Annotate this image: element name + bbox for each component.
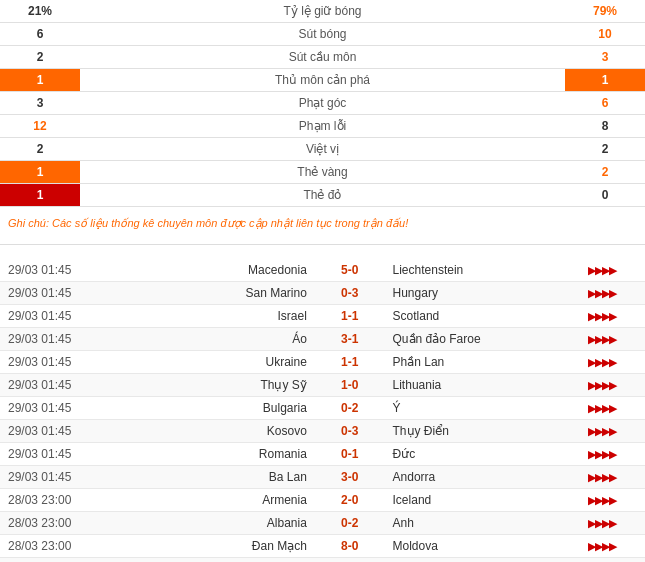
- stat-label: Thẻ đỏ: [80, 184, 565, 207]
- result-datetime: 28/03 23:00: [0, 558, 140, 563]
- stat-left-val: 12: [0, 115, 80, 138]
- result-row: 29/03 01:45 Bulgaria 0-2 Ý ▶▶▶▶: [0, 397, 645, 420]
- stat-left-val: 2: [0, 46, 80, 69]
- result-score: 3-1: [311, 328, 389, 351]
- stat-label: Phạt góc: [80, 92, 565, 115]
- result-home: Đan Mạch: [140, 535, 311, 558]
- stat-right-val: 79%: [565, 0, 645, 23]
- result-home: Bulgaria: [140, 397, 311, 420]
- result-home: Israel: [140, 305, 311, 328]
- stat-left-val: 3: [0, 92, 80, 115]
- result-detail-link[interactable]: ▶▶▶▶: [559, 351, 645, 374]
- note-text: Các số liệu thống kê chuyên môn được cập…: [52, 217, 408, 229]
- result-home: Albania: [140, 512, 311, 535]
- result-detail-link[interactable]: ▶▶▶▶: [559, 282, 645, 305]
- stat-right-val: 1: [565, 69, 645, 92]
- result-score: 0-3: [311, 420, 389, 443]
- arrow-icon: ▶▶▶▶: [588, 517, 616, 529]
- result-row: 28/03 23:00 Armenia 2-0 Iceland ▶▶▶▶: [0, 489, 645, 512]
- stat-right-val: 0: [565, 184, 645, 207]
- result-away: Scotland: [389, 305, 560, 328]
- result-row: 29/03 01:45 Áo 3-1 Quần đảo Faroe ▶▶▶▶: [0, 328, 645, 351]
- stat-left-val: 1: [0, 161, 80, 184]
- result-detail-link[interactable]: ▶▶▶▶: [559, 443, 645, 466]
- result-detail-link[interactable]: ▶▶▶▶: [559, 305, 645, 328]
- result-datetime: 28/03 23:00: [0, 489, 140, 512]
- result-home: Ukraine: [140, 351, 311, 374]
- result-away: Andorra: [389, 466, 560, 489]
- result-datetime: 28/03 23:00: [0, 535, 140, 558]
- result-home: Thụy Sỹ: [140, 374, 311, 397]
- result-row: 29/03 01:45 Ukraine 1-1 Phần Lan ▶▶▶▶: [0, 351, 645, 374]
- arrow-icon: ▶▶▶▶: [588, 540, 616, 552]
- result-row: 29/03 01:45 Kosovo 0-3 Thụy Điển ▶▶▶▶: [0, 420, 645, 443]
- result-row: 28/03 23:00 Albania 0-2 Anh ▶▶▶▶: [0, 512, 645, 535]
- stat-left-val: 2: [0, 138, 80, 161]
- arrow-icon: ▶▶▶▶: [588, 333, 616, 345]
- result-datetime: 29/03 01:45: [0, 259, 140, 282]
- result-datetime: 29/03 01:45: [0, 328, 140, 351]
- result-datetime: 29/03 01:45: [0, 443, 140, 466]
- result-datetime: 29/03 01:45: [0, 420, 140, 443]
- result-datetime: 29/03 01:45: [0, 282, 140, 305]
- result-row: 29/03 01:45 Israel 1-1 Scotland ▶▶▶▶: [0, 305, 645, 328]
- stat-right-val: 3: [565, 46, 645, 69]
- result-datetime: 29/03 01:45: [0, 466, 140, 489]
- result-detail-link[interactable]: ▶▶▶▶: [559, 512, 645, 535]
- result-detail-link[interactable]: ▶▶▶▶: [559, 535, 645, 558]
- result-row: 29/03 01:45 Thụy Sỹ 1-0 Lithuania ▶▶▶▶: [0, 374, 645, 397]
- stat-label: Việt vị: [80, 138, 565, 161]
- result-datetime: 28/03 23:00: [0, 512, 140, 535]
- stat-right-val: 8: [565, 115, 645, 138]
- result-home: Macedonia: [140, 259, 311, 282]
- result-score: 0-2: [311, 512, 389, 535]
- result-detail-link[interactable]: ▶▶▶▶: [559, 374, 645, 397]
- result-away: Anh: [389, 512, 560, 535]
- result-away: Quần đảo Faroe: [389, 328, 560, 351]
- result-score: 0-1: [311, 443, 389, 466]
- result-score: 2-0: [311, 489, 389, 512]
- stat-right-val: 2: [565, 161, 645, 184]
- result-home: Armenia: [140, 489, 311, 512]
- result-score: 0-3: [311, 282, 389, 305]
- result-detail-link[interactable]: ▶▶▶▶: [559, 558, 645, 563]
- stat-label: Thẻ vàng: [80, 161, 565, 184]
- stats-row: 1 Thẻ đỏ 0: [0, 184, 645, 207]
- stat-label: Sút bóng: [80, 23, 565, 46]
- result-home: Gruzia: [140, 558, 311, 563]
- result-away: Lithuania: [389, 374, 560, 397]
- result-datetime: 29/03 01:45: [0, 397, 140, 420]
- result-away: Ý: [389, 397, 560, 420]
- stat-right-val: 10: [565, 23, 645, 46]
- result-away: Moldova: [389, 535, 560, 558]
- result-detail-link[interactable]: ▶▶▶▶: [559, 466, 645, 489]
- result-score: 8-0: [311, 535, 389, 558]
- stat-left-val: 21%: [0, 0, 80, 23]
- stat-right-val: 6: [565, 92, 645, 115]
- stats-row: 3 Phạt góc 6: [0, 92, 645, 115]
- result-datetime: 29/03 01:45: [0, 305, 140, 328]
- arrow-icon: ▶▶▶▶: [588, 287, 616, 299]
- arrow-icon: ▶▶▶▶: [588, 425, 616, 437]
- result-datetime: 29/03 01:45: [0, 374, 140, 397]
- result-detail-link[interactable]: ▶▶▶▶: [559, 328, 645, 351]
- arrow-icon: ▶▶▶▶: [588, 310, 616, 322]
- result-score: 1-0: [311, 374, 389, 397]
- result-row: 29/03 01:45 Ba Lan 3-0 Andorra ▶▶▶▶: [0, 466, 645, 489]
- arrow-icon: ▶▶▶▶: [588, 471, 616, 483]
- result-detail-link[interactable]: ▶▶▶▶: [559, 420, 645, 443]
- result-away: Tây Ban Nha: [389, 558, 560, 563]
- arrow-icon: ▶▶▶▶: [588, 494, 616, 506]
- result-detail-link[interactable]: ▶▶▶▶: [559, 489, 645, 512]
- result-datetime: 29/03 01:45: [0, 351, 140, 374]
- result-row: 29/03 01:45 Macedonia 5-0 Liechtenstein …: [0, 259, 645, 282]
- arrow-icon: ▶▶▶▶: [588, 356, 616, 368]
- result-row: 29/03 01:45 San Marino 0-3 Hungary ▶▶▶▶: [0, 282, 645, 305]
- stat-label: Phạm lỗi: [80, 115, 565, 138]
- result-detail-link[interactable]: ▶▶▶▶: [559, 259, 645, 282]
- result-detail-link[interactable]: ▶▶▶▶: [559, 397, 645, 420]
- stats-row: 1 Thẻ vàng 2: [0, 161, 645, 184]
- stats-row: 1 Thủ môn cản phá 1: [0, 69, 645, 92]
- result-row: 28/03 23:00 Gruzia 1-2 Tây Ban Nha ▶▶▶▶: [0, 558, 645, 563]
- arrow-icon: ▶▶▶▶: [588, 379, 616, 391]
